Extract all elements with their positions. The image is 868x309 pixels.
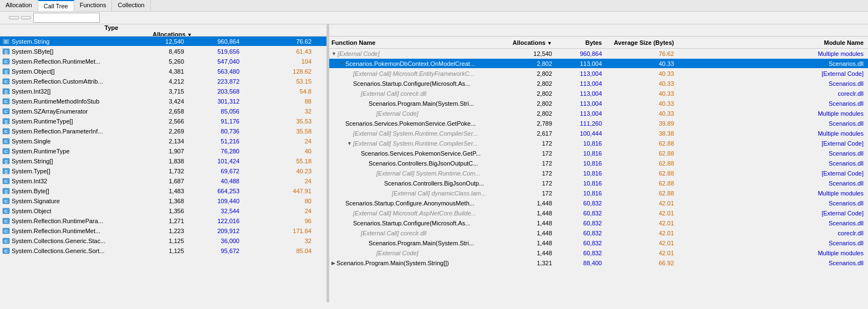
tab-call-tree[interactable]: Call Tree [38,0,74,11]
cell-avgsize: 24 [244,178,316,184]
rcell-alloc: 1,448 [496,220,556,226]
right-table-row[interactable]: [External Call] coreclr.dll 2,802 113,00… [329,89,868,99]
expand-icon[interactable]: ▶ [331,260,335,266]
left-table-row[interactable]: [] System.Byte[] 1,483 664,253 447.91 [0,186,326,196]
left-table-row[interactable]: [] System.String[] 1,838 101,424 55.18 [0,156,326,166]
rcol-bytes-header[interactable]: Bytes [556,39,606,46]
cell-avgsize: 96 [244,218,316,224]
left-table-row[interactable]: [] System.Type[] 1,732 69,672 40.23 [0,166,326,176]
right-table-row[interactable]: Scenarios.Services.PokemonService.GetPok… [329,119,868,128]
right-table-row[interactable]: [External Call] Microsoft.EntityFramewor… [329,69,868,79]
rcol-module-header[interactable]: Module Name [678,39,868,46]
left-table-row[interactable]: C System.Int32 1,687 40,488 24 [0,176,326,186]
right-table-row[interactable]: ▼[External Call] System.Runtime.Compiler… [329,138,868,148]
cell-bytes: 664,253 [188,188,244,194]
rcell-alloc: 1,448 [496,240,556,246]
tab-allocation[interactable]: Allocation [0,0,38,11]
svg-text:C: C [4,239,8,244]
left-table-row[interactable]: C System.Object 1,356 32,544 24 [0,206,326,216]
right-table-row[interactable]: ▼Scenarios.PokemonDbContext.OnModelCreat… [329,59,868,69]
col-alloc-header[interactable]: Allocations ▼ [130,31,197,37]
type-icon: [] [2,117,10,125]
left-scroll[interactable]: C System.String 12,540 960,864 76.62 [] … [0,37,326,302]
right-table-row[interactable]: [External Code] 1,448 60,832 42.01 Multi… [329,248,868,258]
rcell-bytes: 113,004 [556,100,606,107]
col-type-header[interactable]: Type [103,24,224,31]
show-just-my-code-button[interactable] [9,16,19,19]
right-table-row[interactable]: Scenarios.Startup.Configure(Microsoft.As… [329,218,868,228]
rcell-module: [External Code] [678,140,868,147]
left-table-row[interactable]: C System.Reflection.RuntimeMet... 5,260 … [0,56,326,66]
rcell-fn: Scenarios.Startup.Configure(Microsoft.As… [329,80,496,87]
rcell-fn: Scenarios.Startup.Configure.AnonymousMet… [329,200,496,207]
left-table-row[interactable]: [] System.Int32[] 3,715 203,568 54.8 [0,86,326,96]
cell-type: C System.Reflection.RuntimeMet... [0,58,122,65]
right-table-row[interactable]: Scenarios.Startup.Configure.AnonymousMet… [329,198,868,208]
right-scroll[interactable]: ▼[External Code] 12,540 960,864 76.62 Mu… [329,49,868,302]
left-table-row[interactable]: C System.Collections.Generic.Sort... 1,1… [0,246,326,256]
left-table-row[interactable]: C System.String 12,540 960,864 76.62 [0,37,326,47]
left-table-row[interactable]: C System.Single 2,134 51,216 24 [0,136,326,146]
rcell-module: Multiple modules [678,110,868,117]
left-table-row[interactable]: C System.SZArrayEnumerator 2,658 85,056 … [0,106,326,116]
right-table-row[interactable]: [External Code] 2,802 113,004 40.33 Mult… [329,109,868,119]
left-table-row[interactable]: C System.Reflection.RuntimeMet... 1,223 … [0,226,326,236]
left-table-row[interactable]: C System.Reflection.RuntimePara... 1,271… [0,216,326,226]
left-table-row[interactable]: C System.RuntimeMethodInfoStub 3,424 301… [0,96,326,106]
rcell-alloc: 172 [496,150,556,157]
cell-type: C System.Single [0,137,122,145]
cell-alloc: 3,424 [122,98,188,105]
svg-text:[]: [] [5,90,8,94]
cell-type: [] System.Byte[] [0,187,122,195]
rcell-avgsize: 39.89 [606,120,678,127]
tab-functions[interactable]: Functions [74,0,113,11]
left-table-row[interactable]: C System.Reflection.ParameterInf... 2,26… [0,126,326,136]
rcell-bytes: 60,832 [556,250,606,256]
rcell-avgsize: 40.33 [606,80,678,87]
left-table-row[interactable]: [] System.Object[] 4,381 563,480 128.62 [0,66,326,76]
right-table-row[interactable]: Scenarios.Program.Main(System.Stri... 1,… [329,238,868,248]
right-table-row[interactable]: [External Call] Microsoft.AspNetCore.Bui… [329,208,868,218]
rcell-fn: [External Call] dynamicClass.lam... [329,190,496,197]
right-table-row[interactable]: ▼[External Code] 12,540 960,864 76.62 Mu… [329,49,868,59]
svg-text:C: C [4,219,8,224]
cell-avgsize: 85.04 [244,248,316,254]
cell-alloc: 2,134 [122,138,188,145]
right-table-row[interactable]: [External Call] System.Runtime.Com... 17… [329,168,868,178]
collapse-icon[interactable]: ▼ [347,141,352,146]
right-table-row[interactable]: ▶Scenarios.Program.Main(System.String[])… [329,258,868,268]
rcell-bytes: 10,816 [556,160,606,167]
rcell-alloc: 2,617 [496,130,556,137]
type-icon: [] [2,68,10,75]
tab-collection[interactable]: Collection [112,0,150,11]
rcol-fn-header[interactable]: Function Name [329,39,496,46]
filter-types-input[interactable] [33,13,100,23]
rcol-alloc-header[interactable]: Allocations ▼ [496,39,556,46]
rcell-avgsize: 40.33 [606,90,678,97]
rcell-fn: [External Call] Microsoft.AspNetCore.Bui… [329,210,496,217]
left-table-row[interactable]: C System.Collections.Generic.Stac... 1,1… [0,236,326,246]
right-table-row[interactable]: Scenarios.Controllers.BigJsonOutputC... … [329,158,868,168]
right-table-row[interactable]: [External Call] dynamicClass.lam... 172 … [329,188,868,198]
left-panel: Type Allocations ▼ Bytes Average Size (B… [0,24,327,302]
collapse-icon[interactable]: ▼ [331,51,336,56]
cell-alloc: 4,381 [122,68,188,75]
cell-avgsize: 447.91 [244,188,316,194]
collapse-icon[interactable]: ▼ [339,61,344,66]
right-table-row[interactable]: Scenarios.Startup.Configure(Microsoft.As… [329,79,868,89]
right-table-row[interactable]: [External Call] System.Runtime.CompilerS… [329,128,868,138]
left-table-row[interactable]: [] System.SByte[] 8,459 519,656 61.43 [0,47,326,56]
show-native-code-button[interactable] [21,16,31,19]
right-table-row[interactable]: [External Call] coreclr.dll 1,448 60,832… [329,228,868,238]
right-table-row[interactable]: Scenarios.Program.Main(System.Stri... 2,… [329,99,868,109]
right-table-row[interactable]: Scenarios.Controllers.BigJsonOutp... 172… [329,178,868,188]
left-table-row[interactable]: [] System.RuntimeType[] 2,566 91,176 35.… [0,116,326,126]
rcol-avgsize-header[interactable]: Average Size (Bytes) [606,39,678,46]
left-table-row[interactable]: C System.Reflection.CustomAttrib... 4,21… [0,76,326,86]
cell-type: C System.SZArrayEnumerator [0,107,122,115]
left-table-row[interactable]: C System.RuntimeType 1,907 76,280 40 [0,146,326,156]
right-table-row[interactable]: Scenarios.Services.PokemonService.GetP..… [329,148,868,158]
left-table-row[interactable]: C System.Signature 1,368 109,440 80 [0,196,326,206]
rcell-fn: [External Code] [329,250,496,256]
cell-alloc: 5,260 [122,58,188,65]
